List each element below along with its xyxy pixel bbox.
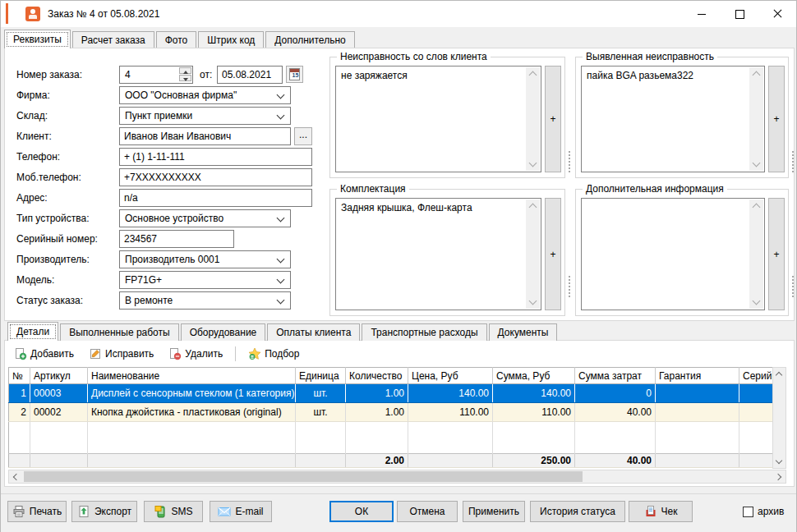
order-status-select[interactable]: В ремонте <box>119 291 291 310</box>
tab-client-payments[interactable]: Оплаты клиента <box>267 323 360 341</box>
scrollbar-thumb[interactable] <box>24 471 583 482</box>
cell-qty[interactable]: 1.00 <box>346 403 408 422</box>
tab-details[interactable]: Детали <box>7 322 58 341</box>
scrollbar[interactable] <box>749 200 763 309</box>
sms-button[interactable]: SMS <box>144 501 203 522</box>
cell-price[interactable]: 110.00 <box>408 403 493 422</box>
scroll-right-icon[interactable] <box>775 474 781 480</box>
order-date-field[interactable] <box>217 66 283 84</box>
manufacturer-select[interactable]: Производитель 0001 <box>119 250 291 268</box>
tab-equipment[interactable]: Оборудование <box>181 323 266 341</box>
col-qty[interactable]: Количество <box>346 368 408 384</box>
ok-button[interactable]: ОК <box>329 501 394 522</box>
scrollbar[interactable] <box>526 200 540 309</box>
table-horizontal-scrollbar[interactable] <box>8 470 786 484</box>
cell-name[interactable]: Кнопка джойстика - пластиковая (original… <box>88 403 296 422</box>
col-unit[interactable]: Единица <box>296 368 346 384</box>
scroll-up-icon[interactable] <box>529 204 537 212</box>
close-button[interactable] <box>758 1 796 27</box>
cell-article[interactable]: 00002 <box>30 403 88 422</box>
scrollbar[interactable] <box>749 67 763 171</box>
tab-order-calc[interactable]: Расчет заказа <box>72 31 154 48</box>
diagnosed-add-button[interactable]: + <box>768 66 785 172</box>
minimize-button[interactable] <box>683 1 721 27</box>
edit-item-button[interactable]: Исправить <box>83 344 159 364</box>
col-cost[interactable]: Сумма затрат <box>575 368 656 384</box>
tab-transport-expenses[interactable]: Транспортные расходы <box>362 323 486 341</box>
scroll-up-icon[interactable] <box>753 204 761 212</box>
col-serial[interactable]: Серийны <box>739 368 773 384</box>
scroll-down-icon[interactable] <box>776 457 782 464</box>
cell-qty[interactable]: 1.00 <box>346 384 408 403</box>
cell-number[interactable]: 2 <box>9 403 30 422</box>
archive-checkbox[interactable] <box>743 507 753 517</box>
client-browse-button[interactable]: ... <box>294 127 312 145</box>
device-type-select[interactable]: Основное устройство <box>119 209 291 227</box>
cell-unit[interactable]: шт. <box>296 403 346 422</box>
scroll-left-icon[interactable] <box>13 474 20 480</box>
scroll-down-icon[interactable] <box>529 159 537 167</box>
col-sum[interactable]: Сумма, Руб <box>493 368 575 384</box>
warehouse-select[interactable]: Пункт приемки <box>119 107 291 125</box>
cell-serial[interactable] <box>739 384 773 403</box>
cell-sum[interactable]: 110.00 <box>493 403 575 422</box>
cell-name[interactable]: Дисплей с сенсорным стеклом (1 категория… <box>88 384 296 403</box>
cell-article[interactable]: 00003 <box>30 384 88 403</box>
table-row[interactable]: 2 00002 Кнопка джойстика - пластиковая (… <box>9 403 773 422</box>
archive-checkbox-row[interactable]: архив <box>743 506 784 517</box>
tab-documents[interactable]: Документы <box>489 323 558 341</box>
add-item-button[interactable]: Добавить <box>8 344 80 364</box>
complaint-textarea[interactable]: не заряжается <box>335 66 541 172</box>
phone-field[interactable] <box>119 148 312 166</box>
client-field[interactable] <box>119 127 291 145</box>
table-vertical-scrollbar[interactable] <box>772 367 786 469</box>
cell-warranty[interactable] <box>656 384 739 403</box>
col-warranty[interactable]: Гарантия <box>656 368 739 384</box>
scrollbar[interactable] <box>526 67 540 171</box>
cell-number[interactable]: 1 <box>9 384 30 403</box>
tab-performed-works[interactable]: Выполненные работы <box>60 323 178 341</box>
scroll-down-icon[interactable] <box>529 297 537 305</box>
col-article[interactable]: Артикул <box>30 368 88 384</box>
tab-requisites[interactable]: Реквизиты <box>4 30 71 48</box>
scroll-down-icon[interactable] <box>753 159 761 167</box>
extra-info-add-button[interactable]: + <box>768 198 785 310</box>
completeness-add-button[interactable]: + <box>545 198 561 310</box>
pick-item-button[interactable]: Подбор <box>242 344 305 364</box>
scroll-up-icon[interactable] <box>753 71 761 80</box>
col-price[interactable]: Цена, Руб <box>408 368 493 384</box>
panel-splitter[interactable] <box>790 53 795 316</box>
tab-additional[interactable]: Дополнительно <box>265 31 354 48</box>
panel-splitter[interactable] <box>567 53 572 316</box>
maximize-button[interactable] <box>721 1 758 27</box>
cell-sum[interactable]: 140.00 <box>493 384 575 403</box>
completeness-textarea[interactable]: Задняя крышка, Флеш-карта <box>335 198 541 310</box>
delete-item-button[interactable]: Удалить <box>163 344 228 364</box>
serial-number-field[interactable] <box>119 230 234 248</box>
mobile-phone-field[interactable] <box>119 168 312 186</box>
calendar-button[interactable]: 15 <box>286 66 303 83</box>
cell-cost[interactable]: 40.00 <box>575 403 656 422</box>
spin-up-button[interactable] <box>179 67 191 74</box>
order-number-spinner[interactable]: 4 <box>119 66 193 84</box>
print-button[interactable]: Печать <box>7 501 67 522</box>
spin-down-button[interactable] <box>179 75 191 81</box>
cell-serial[interactable] <box>739 403 773 422</box>
export-button[interactable]: Экспорт <box>71 501 137 522</box>
tab-barcode[interactable]: Штрих код <box>198 31 264 48</box>
cell-unit[interactable]: шт. <box>296 384 346 403</box>
tab-photo[interactable]: Фото <box>156 31 197 48</box>
col-name[interactable]: Наименование <box>88 368 296 384</box>
scroll-up-icon[interactable] <box>776 372 782 378</box>
col-number[interactable]: № <box>9 368 30 384</box>
status-history-button[interactable]: История статуса <box>530 501 625 522</box>
extra-info-textarea[interactable] <box>581 198 765 310</box>
apply-button[interactable]: Применить <box>463 501 525 522</box>
cell-price[interactable]: 140.00 <box>408 384 493 403</box>
complaint-add-button[interactable]: + <box>545 66 561 172</box>
address-field[interactable] <box>119 189 312 207</box>
cancel-button[interactable]: Отмена <box>397 501 458 522</box>
model-select[interactable]: FP71G+ <box>119 271 291 289</box>
cell-warranty[interactable] <box>656 403 739 422</box>
cell-cost[interactable]: 0 <box>575 384 656 403</box>
